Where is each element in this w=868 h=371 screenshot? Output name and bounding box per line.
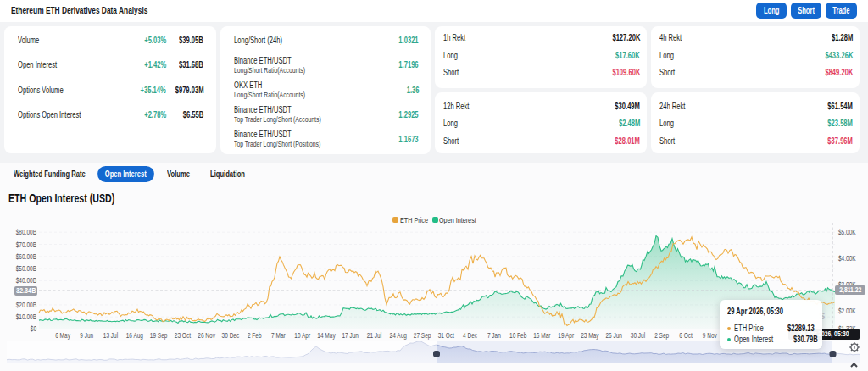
svg-text:7 Jan: 7 Jan [487, 331, 501, 340]
svg-text:23 Oct: 23 Oct [175, 331, 192, 340]
svg-text:14 May: 14 May [317, 331, 336, 340]
svg-text:$40.00B: $40.00B [16, 276, 36, 285]
svg-text:26 Jun: 26 Jun [605, 331, 622, 340]
svg-text:10 Apr: 10 Apr [294, 331, 310, 340]
svg-text:23 May: 23 May [581, 331, 599, 340]
svg-text:7 Mar: 7 Mar [271, 331, 286, 340]
svg-text:$2.00K: $2.00K [838, 307, 856, 315]
svg-text:2 Feb: 2 Feb [248, 331, 262, 340]
svg-text:$80.00B: $80.00B [16, 228, 36, 236]
svg-text:$60.00B: $60.00B [16, 252, 36, 261]
svg-text:$0: $0 [31, 324, 36, 333]
svg-text:19 Sep: 19 Sep [150, 331, 168, 340]
svg-text:26 Nov: 26 Nov [198, 331, 215, 340]
svg-text:6 May: 6 May [55, 331, 70, 340]
svg-text:30 Dec: 30 Dec [222, 331, 240, 340]
svg-text:16 Aug: 16 Aug [126, 331, 143, 340]
svg-text:$4.00K: $4.00K [838, 254, 856, 263]
svg-text:$10.00B: $10.00B [16, 313, 36, 321]
svg-text:6 Oct: 6 Oct [679, 331, 693, 340]
svg-text:30 Jul: 30 Jul [631, 331, 645, 340]
svg-text:31 Oct: 31 Oct [438, 331, 455, 340]
svg-text:9 Jun: 9 Jun [80, 331, 93, 340]
svg-text:17 Jun: 17 Jun [342, 331, 359, 340]
svg-text:$5.00K: $5.00K [838, 228, 856, 236]
svg-text:$50.00B: $50.00B [16, 264, 36, 273]
svg-text:19 Apr: 19 Apr [558, 331, 574, 340]
svg-text:21 Jul: 21 Jul [367, 331, 381, 340]
svg-text:$70.00B: $70.00B [16, 241, 36, 249]
svg-text:2 Sep: 2 Sep [654, 331, 669, 340]
svg-text:$20.00B: $20.00B [16, 301, 36, 309]
svg-text:13 Jul: 13 Jul [103, 331, 118, 340]
svg-text:10 Feb: 10 Feb [509, 331, 526, 340]
svg-text:16 Mar: 16 Mar [533, 331, 550, 340]
svg-text:9 Nov: 9 Nov [703, 331, 717, 340]
svg-text:24 Aug: 24 Aug [390, 331, 407, 340]
svg-text:27 Sep: 27 Sep [414, 331, 431, 340]
svg-text:4 Dec: 4 Dec [463, 331, 477, 340]
